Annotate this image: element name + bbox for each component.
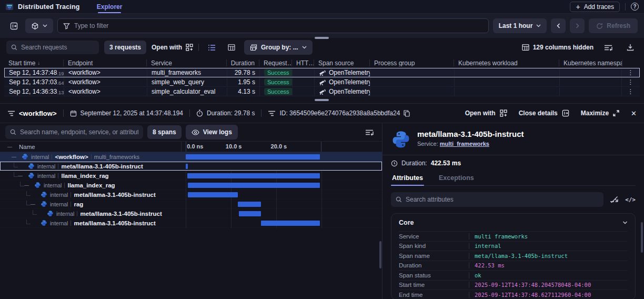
download-button[interactable] [623,40,638,55]
request-row[interactable]: Sep 12, 14:37:48.194<workflow>multi_fram… [4,68,640,77]
span-duration-bar[interactable] [238,202,261,207]
span-row[interactable]: internalmeta/llama-3.1-405b-instruct [0,162,382,171]
core-section-header[interactable]: Core [399,214,628,231]
span-row[interactable]: internalmeta/llama-3.1-405b-instruct [0,218,382,228]
time-range-button[interactable]: Last 1 hour [493,18,547,33]
column-header[interactable]: Span source [314,59,369,66]
maximize-button[interactable]: Maximize [581,109,619,117]
columns-hidden-button[interactable]: 129 columns hidden [522,44,593,51]
horizontal-resize-handle-2[interactable] [315,99,329,101]
maximize-icon [613,110,619,116]
row-menu-button[interactable]: ⋮ [621,87,639,96]
service-link[interactable]: multi_frameworks [440,141,489,147]
span-row[interactable]: internalmeta/llama-3.1-405b-instruct [0,190,382,200]
refresh-button[interactable]: Refresh [589,18,638,33]
expand-rows-button[interactable] [601,40,616,55]
waterfall-scrollbar[interactable] [379,241,381,268]
span-duration-bar[interactable] [186,164,188,169]
cell-k8s-workload [454,87,559,96]
trace-id: ID: 3654509e6e274076a2938a8a5bbdfa24 [279,109,400,117]
time-forward-button[interactable] [570,18,585,33]
column-header[interactable]: Request… [259,59,291,66]
column-header[interactable]: Endpoint [63,59,146,66]
attribute-row[interactable]: Start time2025-09-12T14:37:48.204578048-… [399,280,628,290]
filter-input[interactable] [74,22,483,29]
attribute-row[interactable]: Span statusok [399,270,628,280]
horizontal-resize-handle[interactable] [315,37,329,39]
column-header[interactable]: HTT… [291,59,314,66]
hide-empty-attributes-button[interactable] [610,196,619,203]
span-row[interactable]: —internalllama_index_rag [0,181,382,190]
span-row[interactable]: internalmeta/llama-3.1-405b-instruct [0,209,382,218]
trace-open-with-button[interactable]: Open with [465,109,507,117]
attribute-row[interactable]: Duration422.53 ms [399,261,628,271]
close-details-button[interactable]: Close details [519,109,569,117]
spans-search-wrap [5,125,143,139]
span-duration-bar[interactable] [239,211,261,216]
collapse-all-icon[interactable]: — [7,144,15,150]
plus-icon: + [576,3,580,11]
code-view-icon[interactable]: </> [625,196,636,203]
attributes-search-input[interactable] [406,196,599,203]
collapse-toggle-icon[interactable]: — [24,183,32,188]
row-menu-button[interactable]: ⋮ [621,78,639,86]
span-duration-bar[interactable] [188,183,320,188]
panel-scrollbar[interactable] [641,222,643,253]
cell-endpoint: <workflow> [64,87,147,96]
span-duration-bar[interactable] [187,173,319,178]
table-view-button[interactable] [224,40,239,55]
open-with-button[interactable]: Open with [152,44,193,51]
collapse-toggle-icon[interactable]: — [18,173,25,178]
attribute-row[interactable]: End time2025-09-12T14:37:48.627112960-04… [399,290,628,299]
request-row[interactable]: Sep 12, 14:37:03.642<workflow>simple_web… [4,77,640,87]
tab-exceptions[interactable]: Exceptions [438,172,475,185]
cube-icon [31,22,39,30]
group-by-button[interactable]: Group by: ... [244,40,313,55]
collapse-toggle-icon[interactable]: — [12,154,19,160]
service-label: Service: [417,141,438,147]
span-duration-bar[interactable] [261,221,320,226]
help-icon[interactable]: ? [631,3,639,11]
spans-search-input[interactable] [20,128,138,136]
column-header[interactable]: Kubernetes namespace [559,59,622,66]
column-header[interactable]: Kubernetes workload [454,59,559,66]
copy-icon[interactable] [404,110,410,117]
collapse-panel-button[interactable] [6,18,21,33]
requests-search-input[interactable] [21,44,94,51]
span-duration-bar[interactable] [188,192,238,197]
row-menu-button[interactable]: ⋮ [621,68,639,77]
time-back-button[interactable] [551,18,566,33]
time-range-label: Last 1 hour [499,22,533,29]
scope-selector-button[interactable] [25,18,53,33]
attribute-value: meta/llama-3.1-405b-instruct [469,253,628,259]
span-row[interactable]: —internalllama_index_rag [0,171,382,181]
span-duration-bar[interactable] [186,154,320,160]
column-header[interactable]: Process group [369,59,454,66]
cell-span-source: OpenTelemetry [314,68,370,77]
expand-spans-button[interactable] [362,125,377,139]
attribute-row[interactable]: Servicemulti_frameworks [399,231,628,241]
funnel-icon [63,23,70,29]
view-logs-label: View logs [203,128,232,136]
column-header[interactable]: Start time↓ [4,59,63,66]
column-header[interactable]: Service [146,59,226,66]
collapse-toggle-icon[interactable]: — [31,202,38,207]
list-view-button[interactable] [204,40,219,55]
open-with-grid-icon [500,109,507,117]
span-row[interactable]: —internal<workflow>multi_frameworks [0,152,382,162]
tab-explorer[interactable]: Explorer [96,0,124,13]
tab-attributes[interactable]: Attributes [391,172,424,185]
span-row[interactable]: —internalrag [0,200,382,209]
attribute-row[interactable]: Span namemeta/llama-3.1-405b-instruct [399,251,628,261]
chevron-down-icon [43,24,47,27]
span-timeline-track [182,152,382,161]
request-row[interactable]: Sep 12, 14:36:33.137<workflow>simple_cal… [4,87,640,96]
cell-process-group [370,68,454,77]
view-logs-button[interactable]: View logs [186,125,238,139]
add-traces-button[interactable]: + Add traces [570,2,620,12]
attribute-row[interactable]: Span kindinternal [399,241,628,251]
trace-icon [7,111,15,116]
column-header[interactable]: Duration [226,59,259,66]
cell-duration: 29.78 s [227,68,259,77]
close-icon[interactable]: ✕ [631,109,637,117]
